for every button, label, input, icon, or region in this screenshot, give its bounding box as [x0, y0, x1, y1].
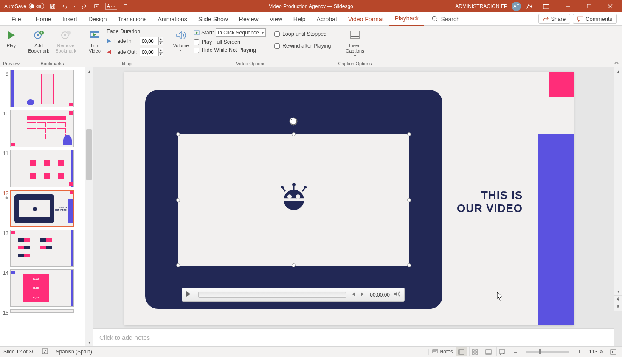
sel-handle-tr[interactable]	[407, 132, 411, 136]
user-avatar[interactable]: AF	[512, 2, 521, 11]
tab-video-format[interactable]: Video Format	[343, 12, 389, 26]
rewind-checkbox[interactable]	[274, 43, 280, 49]
sel-handle-bc[interactable]	[292, 263, 296, 267]
rewind-option[interactable]: Rewind after Playing	[274, 43, 331, 49]
fade-in-input[interactable]	[140, 37, 158, 45]
language-status[interactable]: Spanish (Spain)	[56, 349, 92, 355]
sel-handle-tc[interactable]	[292, 132, 296, 136]
next-slide-button[interactable]: ⇟	[614, 303, 622, 311]
notes-toggle[interactable]: Notes	[428, 349, 453, 355]
comments-button[interactable]: Comments	[573, 14, 617, 24]
from-beginning-button[interactable]	[93, 2, 101, 11]
tab-animations[interactable]: Animations	[152, 12, 192, 26]
minimize-button[interactable]	[559, 1, 576, 12]
sel-handle-bl[interactable]	[176, 263, 180, 267]
fade-out-up[interactable]: ▴	[158, 48, 163, 52]
scroll-down-icon[interactable]: ▾	[85, 339, 93, 346]
undo-dropdown[interactable]: ▾	[74, 4, 76, 8]
volume-button[interactable]: Volume ▾	[171, 28, 191, 53]
fade-out-spinner[interactable]: ▴▾	[140, 48, 163, 56]
slide-title-text[interactable]: THIS IS OUR VIDEO	[457, 189, 523, 215]
collapse-ribbon-button[interactable]	[611, 26, 622, 67]
search-button[interactable]: Search	[432, 16, 459, 22]
scroll-handle[interactable]	[86, 129, 92, 180]
tab-review[interactable]: Review	[234, 12, 264, 26]
scroll-down-icon[interactable]: ▾	[614, 288, 622, 295]
start-dropdown[interactable]: In Click Sequence ▾	[216, 28, 266, 37]
trim-video-button[interactable]: Trim Video	[85, 28, 104, 54]
notes-pane[interactable]: Click to add notes	[93, 328, 614, 346]
undo-button[interactable]	[61, 2, 70, 11]
prev-slide-button[interactable]: ⇞	[614, 295, 622, 303]
tab-help[interactable]: Help	[288, 12, 311, 26]
sel-handle-ml[interactable]	[176, 198, 180, 202]
thumbnail-slide-15[interactable]: 15	[2, 309, 85, 316]
thumbnail-slide-11[interactable]: 11	[2, 150, 85, 187]
video-step-back-button[interactable]	[350, 291, 356, 298]
play-full-screen-checkbox[interactable]	[194, 39, 199, 45]
tab-transitions[interactable]: Transitions	[113, 12, 152, 26]
hide-while-option[interactable]: Hide While Not Playing	[194, 47, 266, 53]
qat-customize[interactable]: ⎺	[121, 2, 130, 11]
fade-out-down[interactable]: ▾	[158, 52, 163, 56]
autosave-toggle[interactable]: Off	[29, 3, 44, 9]
thumbnail-scrollbar[interactable]: ▴ ▾	[85, 67, 93, 346]
fit-to-window-button[interactable]	[608, 347, 619, 356]
thumbnail-slide-9[interactable]: 9	[2, 70, 85, 107]
play-full-screen-option[interactable]: Play Full Screen	[194, 39, 266, 45]
rotate-handle[interactable]	[288, 116, 298, 126]
tab-insert[interactable]: Insert	[57, 12, 83, 26]
zoom-level[interactable]: 113 %	[587, 349, 605, 355]
play-button[interactable]: Play	[3, 28, 20, 48]
video-volume-button[interactable]	[394, 291, 401, 298]
fade-out-input[interactable]	[140, 48, 158, 56]
redo-button[interactable]	[80, 2, 88, 11]
slide-sorter-view-button[interactable]	[469, 347, 480, 356]
normal-view-button[interactable]	[456, 347, 467, 356]
zoom-out-button[interactable]: −	[510, 347, 521, 356]
ribbon-display-button[interactable]	[538, 1, 555, 12]
maximize-button[interactable]	[580, 1, 597, 12]
video-step-forward-button[interactable]	[360, 291, 366, 298]
slideshow-view-button[interactable]	[496, 347, 507, 356]
coming-soon-icon[interactable]	[525, 2, 534, 11]
thumbnail-slide-12[interactable]: 12✱ THIS ISOUR VIDEO	[2, 190, 85, 227]
tab-file[interactable]: File	[6, 12, 27, 26]
reading-view-button[interactable]	[483, 347, 494, 356]
loop-option[interactable]: Loop until Stopped	[274, 31, 331, 37]
slide[interactable]: 00:00,00 THIS IS OUR VIDEO	[124, 72, 574, 325]
loop-checkbox[interactable]	[274, 31, 280, 37]
canvas-scrollbar[interactable]: ▴ ▾ ⇞ ⇟	[614, 67, 622, 311]
slide-counter[interactable]: Slide 12 of 36	[3, 349, 34, 355]
sel-handle-mr[interactable]	[407, 198, 411, 202]
tab-playback[interactable]: Playback	[389, 12, 425, 26]
add-bookmark-button[interactable]: + Add Bookmark	[26, 28, 51, 54]
scroll-up-icon[interactable]: ▴	[85, 67, 93, 75]
sel-handle-br[interactable]	[407, 263, 411, 267]
video-play-button[interactable]	[186, 291, 194, 298]
video-placeholder[interactable]	[178, 134, 409, 266]
zoom-knob[interactable]	[539, 349, 541, 354]
fade-in-up[interactable]: ▴	[158, 37, 163, 41]
video-progress-track[interactable]	[198, 292, 346, 298]
tab-home[interactable]: Home	[30, 12, 57, 26]
hide-while-checkbox[interactable]	[194, 48, 199, 53]
scroll-up-icon[interactable]: ▴	[614, 67, 622, 75]
tab-view[interactable]: View	[264, 12, 288, 26]
tab-acrobat[interactable]: Acrobat	[311, 12, 343, 26]
close-button[interactable]	[602, 1, 619, 12]
thumbnail-slide-14[interactable]: 14 50,00080,00020,000	[2, 269, 85, 307]
sel-handle-tl[interactable]	[176, 132, 180, 136]
thumbnail-slide-10[interactable]: 10	[2, 110, 85, 147]
tab-slideshow[interactable]: Slide Show	[193, 12, 234, 26]
share-button[interactable]: Share	[538, 14, 570, 24]
fade-in-spinner[interactable]: ▴▾	[140, 37, 163, 45]
thumbnail-slide-13[interactable]: 13	[2, 230, 85, 267]
user-name[interactable]: ADMINISTRACION FP	[455, 3, 507, 9]
save-icon[interactable]	[48, 2, 57, 11]
qat-font-button[interactable]: A▪▾	[105, 3, 117, 10]
fade-in-down[interactable]: ▾	[158, 41, 163, 45]
insert-captions-button[interactable]: Insert Captions ▾	[342, 28, 368, 58]
zoom-in-button[interactable]: +	[574, 347, 585, 356]
remove-bookmark-button[interactable]: Remove Bookmark	[53, 28, 78, 54]
